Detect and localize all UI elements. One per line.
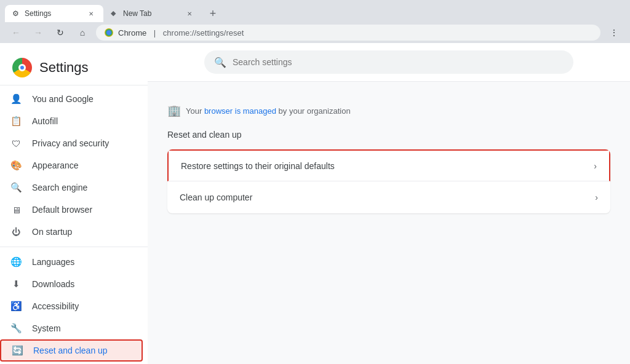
sidebar-item-on-startup[interactable]: ⏻ On startup — [0, 221, 143, 243]
sidebar-item-appearance-label: Appearance — [32, 160, 79, 170]
managed-banner-text: Your browser is managed by your organiza… — [186, 106, 351, 116]
sidebar-divider-top — [0, 85, 148, 85]
chrome-logo — [12, 58, 32, 77]
sidebar-item-reset-clean-up[interactable]: 🔄 Reset and clean up — [0, 339, 143, 362]
person-icon: 👤 — [10, 93, 22, 105]
new-tab-button[interactable]: + — [204, 5, 221, 22]
managed-link[interactable]: browser is managed — [204, 106, 276, 116]
palette-icon: 🎨 — [10, 160, 22, 171]
url-bar[interactable]: Chrome | chrome://settings/reset — [96, 25, 600, 41]
globe-icon: 🌐 — [10, 256, 22, 267]
sidebar-item-default-browser[interactable]: 🖥 Default browser — [0, 199, 143, 221]
sidebar-item-search-engine-label: Search engine — [32, 183, 87, 192]
sidebar-item-search-engine[interactable]: 🔍 Search engine — [0, 176, 143, 199]
tab-settings-close[interactable]: ✕ — [86, 9, 96, 18]
sidebar-item-accessibility-label: Accessibility — [32, 301, 79, 311]
reset-icon: 🔄 — [11, 345, 23, 356]
home-button[interactable]: ⌂ — [74, 24, 91, 41]
back-icon: ← — [12, 28, 20, 38]
refresh-icon: ↻ — [57, 28, 64, 38]
tab-newtab[interactable]: ◆ New Tab ✕ — [103, 5, 202, 22]
sidebar-item-default-browser-label: Default browser — [32, 205, 92, 215]
power-icon: ⏻ — [10, 227, 22, 237]
more-button[interactable]: ⋮ — [605, 24, 623, 41]
newtab-favicon-icon: ◆ — [111, 9, 119, 18]
sidebar: Settings 👤 You and Google 📋 Autofill 🛡 P… — [0, 43, 148, 364]
tab-settings-label: Settings — [25, 9, 82, 18]
sidebar-item-privacy-security-label: Privacy and security — [32, 138, 109, 148]
sidebar-item-languages[interactable]: 🌐 Languages — [0, 251, 143, 273]
restore-settings-label: Restore settings to their original defau… — [181, 161, 594, 171]
tab-bar: ⚙ Settings ✕ ◆ New Tab ✕ + — [0, 0, 630, 22]
sidebar-item-you-google[interactable]: 👤 You and Google — [0, 88, 143, 110]
url-path: chrome://settings/reset — [163, 28, 244, 38]
tab-newtab-label: New Tab — [123, 9, 181, 18]
sidebar-item-accessibility[interactable]: ♿ Accessibility — [0, 295, 143, 317]
section-title: Reset and clean up — [167, 130, 610, 140]
sidebar-item-autofill-label: Autofill — [32, 116, 58, 126]
wrench-icon: 🔧 — [10, 323, 22, 334]
search-bar[interactable]: 🔍 — [204, 50, 573, 74]
restore-settings-chevron-icon: › — [594, 161, 597, 171]
browser-chrome: ⚙ Settings ✕ ◆ New Tab ✕ + ← → ↻ ⌂ Chrom… — [0, 0, 630, 43]
sidebar-item-appearance[interactable]: 🎨 Appearance — [0, 154, 143, 176]
url-separator: | — [151, 28, 158, 38]
sidebar-divider-middle — [0, 247, 148, 247]
clean-up-computer-chevron-icon: › — [595, 192, 598, 202]
address-bar: ← → ↻ ⌂ Chrome | chrome://settings/reset… — [0, 22, 630, 43]
tab-newtab-close[interactable]: ✕ — [185, 9, 194, 18]
url-origin: Chrome — [118, 28, 146, 38]
sidebar-item-you-google-label: You and Google — [32, 94, 94, 104]
autofill-icon: 📋 — [10, 116, 22, 127]
sidebar-item-reset-clean-up-label: Reset and clean up — [33, 346, 108, 355]
search-icon: 🔍 — [214, 57, 226, 68]
url-favicon-icon — [105, 28, 113, 37]
search-input[interactable] — [233, 57, 564, 67]
back-button[interactable]: ← — [7, 24, 25, 41]
sidebar-item-system[interactable]: 🔧 System — [0, 317, 143, 339]
forward-button[interactable]: → — [30, 24, 47, 41]
sidebar-item-on-startup-label: On startup — [32, 227, 72, 237]
content-body: 🏢 Your browser is managed by your organi… — [148, 82, 630, 364]
sidebar-item-system-label: System — [32, 323, 61, 333]
sidebar-item-downloads-label: Downloads — [32, 279, 74, 289]
forward-icon: → — [34, 28, 42, 38]
restore-settings-row[interactable]: Restore settings to their original defau… — [167, 149, 610, 181]
settings-favicon-icon: ⚙ — [12, 9, 21, 18]
monitor-icon: 🖥 — [10, 205, 22, 215]
settings-card: Restore settings to their original defau… — [167, 149, 610, 213]
managed-icon: 🏢 — [167, 104, 181, 117]
clean-up-computer-label: Clean up computer — [180, 192, 595, 202]
content-area: 🔍 🏢 Your browser is managed by your orga… — [148, 43, 630, 364]
sidebar-header: Settings — [0, 48, 148, 82]
tab-settings[interactable]: ⚙ Settings ✕ — [5, 5, 103, 22]
chrome-logo-inner — [18, 64, 26, 71]
accessibility-icon: ♿ — [10, 301, 22, 312]
sidebar-item-autofill[interactable]: 📋 Autofill — [0, 110, 143, 132]
shield-icon: 🛡 — [10, 138, 22, 149]
main-layout: Settings 👤 You and Google 📋 Autofill 🛡 P… — [0, 43, 630, 364]
sidebar-item-downloads[interactable]: ⬇ Downloads — [0, 273, 143, 295]
sidebar-item-languages-label: Languages — [32, 257, 74, 267]
managed-banner: 🏢 Your browser is managed by your organi… — [167, 97, 610, 130]
search-section: 🔍 — [148, 43, 630, 82]
clean-up-computer-row[interactable]: Clean up computer › — [167, 181, 610, 213]
refresh-button[interactable]: ↻ — [52, 24, 69, 41]
more-icon: ⋮ — [610, 28, 618, 38]
home-icon: ⌂ — [80, 28, 85, 38]
download-icon: ⬇ — [10, 279, 22, 290]
sidebar-item-privacy-security[interactable]: 🛡 Privacy and security — [0, 132, 143, 154]
sidebar-title: Settings — [39, 60, 89, 76]
search-engine-icon: 🔍 — [10, 182, 22, 193]
